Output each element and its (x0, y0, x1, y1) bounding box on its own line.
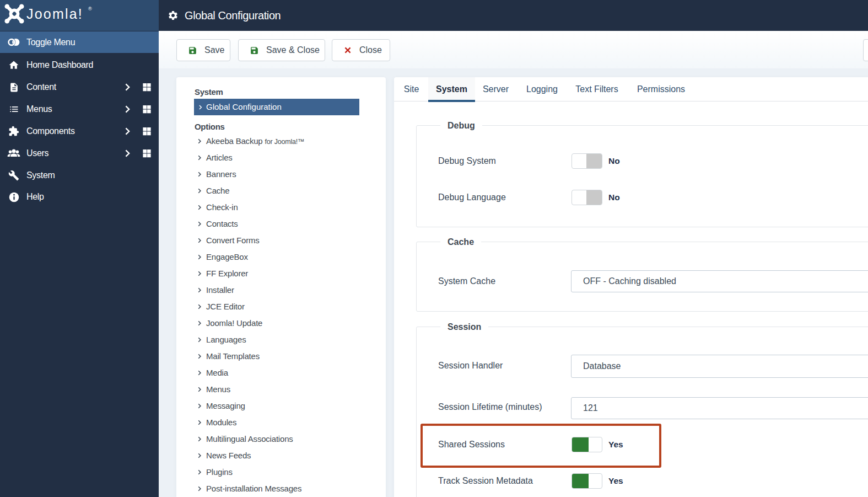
svg-text:Joomla!: Joomla! (26, 6, 83, 22)
svg-text:®: ® (88, 6, 92, 12)
